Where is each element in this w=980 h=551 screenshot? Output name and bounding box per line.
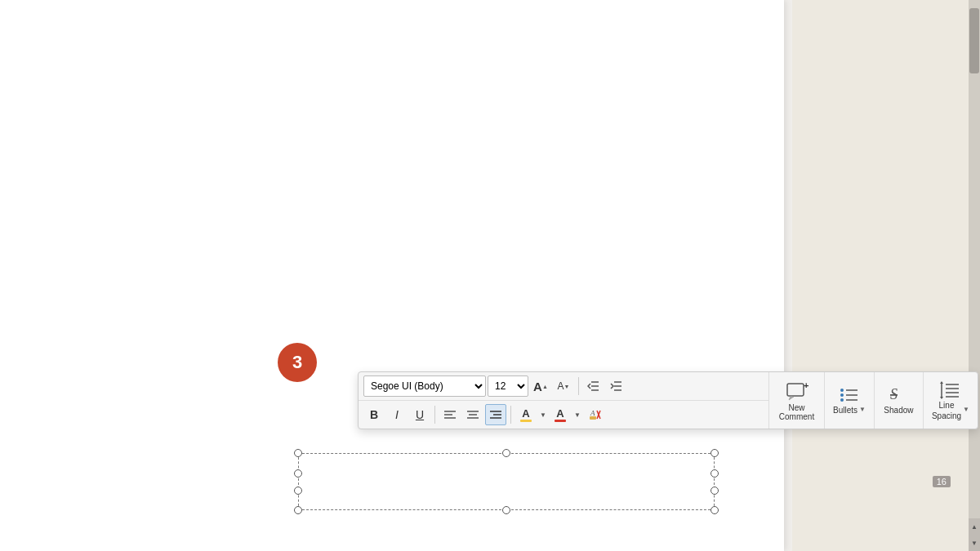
new-comment-section[interactable]: + + New Comment <box>768 372 824 429</box>
svg-text:+: + <box>793 380 799 381</box>
decrease-indent-button[interactable] <box>583 375 604 397</box>
line-spacing-button[interactable]: Line Spacing ▼ <box>924 372 978 429</box>
step-badge: 3 <box>278 343 317 382</box>
highlight-button[interactable]: A <box>515 404 537 425</box>
increase-indent-icon <box>610 380 623 392</box>
handle-top-right[interactable] <box>710 449 719 457</box>
toolbar-right-section: Bullets ▼ S Shadow <box>824 372 978 429</box>
line-spacing-label-1: Line <box>932 401 961 410</box>
svg-marker-34 <box>940 381 943 384</box>
align-left-button[interactable] <box>439 404 461 425</box>
scroll-down-button[interactable]: ▼ <box>969 535 980 551</box>
handle-top-center[interactable] <box>502 449 510 457</box>
comment-plus-sign: + <box>804 380 808 390</box>
decrease-indent-icon <box>587 380 600 392</box>
scrollbar-track[interactable]: ▲ ▼ <box>969 0 980 551</box>
shadow-label: Shadow <box>884 406 913 415</box>
align-right-icon <box>490 410 501 420</box>
highlight-color-bar <box>520 420 532 422</box>
handle-middle-left[interactable] <box>294 469 302 478</box>
divider-2 <box>434 406 435 424</box>
font-size-select[interactable]: 8 9 10 11 12 14 16 18 24 36 48 72 <box>488 375 528 397</box>
handle-middle-right[interactable] <box>710 469 719 478</box>
bullets-icon <box>840 386 859 404</box>
toolbar-row-1: Segoe UI (Body) Arial Times New Roman Ca… <box>359 372 768 401</box>
svg-point-24 <box>840 393 844 397</box>
font-color-dropdown-arrow: ▼ <box>574 411 581 419</box>
line-spacing-icon <box>939 381 962 399</box>
text-box-border <box>298 453 715 510</box>
toolbar-left-section: Segoe UI (Body) Arial Times New Roman Ca… <box>359 372 768 429</box>
align-center-icon <box>467 410 479 420</box>
toolbar-row-2: B I U <box>359 401 768 429</box>
scrollbar-thumb[interactable] <box>969 8 979 73</box>
divider-3 <box>510 406 511 424</box>
comment-icon-wrapper: + + <box>785 380 809 402</box>
svg-text:S: S <box>890 386 898 402</box>
align-left-icon <box>444 410 456 420</box>
font-color-button[interactable]: A <box>550 404 571 425</box>
font-family-select[interactable]: Segoe UI (Body) Arial Times New Roman Ca… <box>363 375 486 397</box>
bullets-arrow: ▼ <box>859 406 866 413</box>
clear-format-icon: A <box>588 408 601 421</box>
svg-rect-19 <box>787 384 804 396</box>
highlight-dropdown[interactable]: ▼ <box>538 404 548 425</box>
handle-top-left[interactable] <box>294 449 302 457</box>
clear-format-button[interactable]: A <box>584 404 605 425</box>
bold-button[interactable]: B <box>363 404 385 425</box>
handle-middle-left-2[interactable] <box>294 487 302 495</box>
scroll-up-button[interactable]: ▲ <box>969 518 980 535</box>
italic-button[interactable]: I <box>386 404 408 425</box>
scrollbar-buttons: ▲ ▼ <box>969 518 980 551</box>
font-color-dropdown[interactable]: ▼ <box>572 404 582 425</box>
font-color-bar <box>555 420 566 422</box>
divider-1 <box>578 377 579 395</box>
line-spacing-label-2: Spacing <box>932 411 961 420</box>
handle-bottom-right[interactable] <box>710 506 719 514</box>
bullets-button[interactable]: Bullets ▼ <box>825 372 875 429</box>
font-shrink-button[interactable]: A▼ <box>553 375 574 397</box>
new-comment-label: New Comment <box>779 403 814 421</box>
highlight-dropdown-arrow: ▼ <box>540 411 546 419</box>
handle-bottom-center[interactable] <box>502 506 510 514</box>
floating-toolbar: Segoe UI (Body) Arial Times New Roman Ca… <box>358 371 978 429</box>
align-center-button[interactable] <box>462 404 483 425</box>
toolbar-main: Segoe UI (Body) Arial Times New Roman Ca… <box>359 372 978 429</box>
handle-middle-right-2[interactable] <box>710 487 719 495</box>
font-color-letter: A <box>556 408 564 419</box>
line-spacing-arrow: ▼ <box>963 406 969 413</box>
shadow-icon: S <box>889 386 908 404</box>
svg-point-22 <box>840 389 844 392</box>
handle-bottom-left[interactable] <box>294 506 302 514</box>
align-right-button[interactable] <box>485 404 506 425</box>
page-number: 16 <box>933 476 951 487</box>
text-box[interactable] <box>298 453 715 510</box>
svg-text:A: A <box>590 409 595 417</box>
font-grow-button[interactable]: A▲ <box>530 375 551 397</box>
shadow-button[interactable]: S Shadow <box>875 372 924 429</box>
right-sidebar <box>792 0 980 551</box>
underline-button[interactable]: U <box>409 404 430 425</box>
svg-point-26 <box>840 398 844 402</box>
highlight-letter: A <box>522 408 529 419</box>
increase-indent-button[interactable] <box>606 375 627 397</box>
bullets-label: Bullets <box>833 406 858 415</box>
